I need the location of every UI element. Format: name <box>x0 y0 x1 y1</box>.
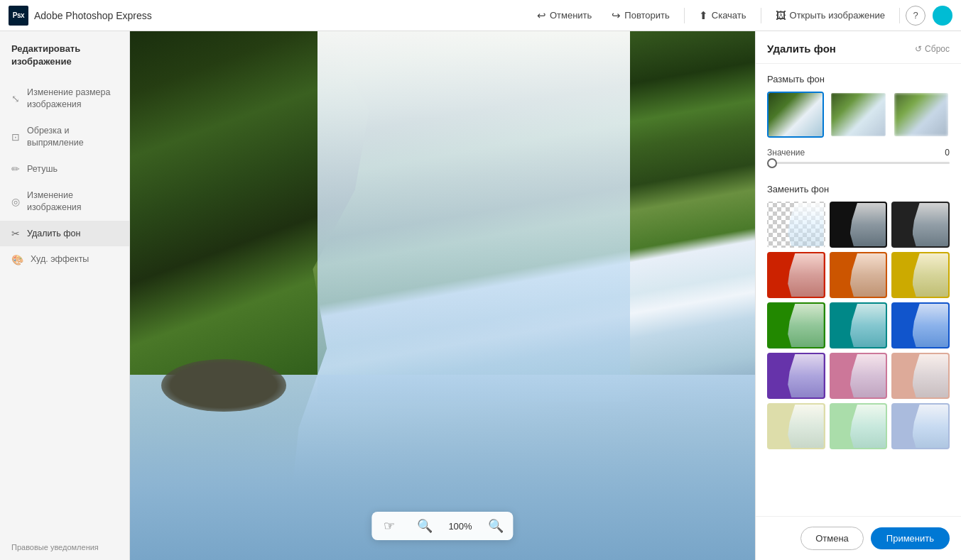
blur-thumb-medium <box>831 93 885 136</box>
canvas-toolbar: ☞ 🔍 100% 🔍 <box>371 512 513 540</box>
redo-label: Повторить <box>624 10 669 21</box>
replace-option-black[interactable] <box>830 202 888 248</box>
open-image-button[interactable]: 🖼 Открыть изображение <box>767 6 894 25</box>
blur-options-row <box>767 92 950 138</box>
wf-shape-overlay <box>788 405 823 448</box>
replace-option-teal[interactable] <box>830 302 888 348</box>
download-icon: ⬆ <box>699 9 708 22</box>
wf-shape-overlay <box>788 354 823 397</box>
value-slider-thumb[interactable] <box>767 158 777 168</box>
wf-shape-overlay <box>850 354 886 397</box>
undo-label: Отменить <box>550 10 592 21</box>
wf-shape-overlay <box>913 354 948 397</box>
header: Psx Adobe Photoshop Express ↩ Отменить ↪… <box>0 0 961 31</box>
separator2 <box>761 8 761 23</box>
crop-icon: ⊡ <box>11 131 20 143</box>
separator3 <box>899 8 900 23</box>
replace-bg-section: Заменить фон <box>756 174 961 459</box>
sidebar-item-label: Изменение размера изображения <box>27 87 118 111</box>
sidebar-item-retouch[interactable]: ✏ Ретушь <box>0 156 129 182</box>
slider-label-row: Значение 0 <box>767 148 950 158</box>
undo-icon: ↩ <box>537 9 546 22</box>
wf-water <box>317 31 630 402</box>
wf-shape-overlay <box>913 203 948 246</box>
retouch-icon: ✏ <box>11 163 20 175</box>
logo-text: Psx <box>13 12 24 19</box>
replace-option-dark[interactable] <box>891 202 950 248</box>
replace-option-purple[interactable] <box>767 353 825 399</box>
value-slider-container: Значение 0 <box>767 148 950 164</box>
replace-option-transparent[interactable] <box>767 202 825 248</box>
separator <box>684 8 685 23</box>
sidebar-item-remove-bg[interactable]: ✂ Удалить фон <box>0 221 129 247</box>
replace-option-lightyellow[interactable] <box>767 403 825 449</box>
wf-shape-overlay <box>850 253 886 297</box>
replace-section-title: Заменить фон <box>767 184 950 194</box>
canvas-area: ☞ 🔍 100% 🔍 <box>130 31 755 560</box>
sidebar-item-adjust[interactable]: ◎ Изменение изображения <box>0 182 129 221</box>
replace-option-peach[interactable] <box>891 353 950 399</box>
left-sidebar: Редактироватьизображение ⤡ Изменение раз… <box>0 31 130 560</box>
replace-options-grid <box>767 202 950 449</box>
replace-option-pink[interactable] <box>830 353 888 399</box>
wf-rocks-bottom <box>161 359 286 412</box>
wf-shape-overlay <box>850 203 886 246</box>
reset-button[interactable]: ↺ Сброс <box>915 44 950 54</box>
wf-shape-overlay <box>788 304 823 347</box>
wf-shape-overlay <box>788 203 823 246</box>
art-effects-icon: 🎨 <box>11 254 23 265</box>
replace-option-green[interactable] <box>767 302 825 348</box>
redo-icon: ↪ <box>612 9 621 22</box>
value-slider-track[interactable] <box>767 162 950 164</box>
zoom-out-button[interactable]: 🔍 <box>407 512 443 540</box>
blur-section: Размыть фон Значение 0 <box>756 64 961 174</box>
blur-option-medium[interactable] <box>830 92 886 138</box>
replace-option-orange[interactable] <box>830 252 888 298</box>
right-panel: Удалить фон ↺ Сброс Размыть фон <box>755 31 961 560</box>
download-button[interactable]: ⬆ Скачать <box>690 6 755 26</box>
zoom-in-button[interactable]: 🔍 <box>478 512 514 540</box>
cancel-button[interactable]: Отмена <box>800 527 864 550</box>
main-layout: Редактироватьизображение ⤡ Изменение раз… <box>0 31 961 560</box>
header-actions: ↩ Отменить ↪ Повторить ⬆ Скачать 🖼 Откры… <box>528 6 952 26</box>
sidebar-item-label: Удалить фон <box>27 228 80 240</box>
blur-thumb-orig <box>769 93 822 136</box>
panel-footer: Отмена Применить <box>756 516 961 560</box>
sidebar-item-label: Изменение изображения <box>27 190 118 214</box>
sidebar-item-label: Худ. эффекты <box>31 253 89 265</box>
replace-option-lightgreen[interactable] <box>830 403 888 449</box>
undo-button[interactable]: ↩ Отменить <box>528 6 600 26</box>
wf-shape-overlay <box>913 405 948 448</box>
blur-option-none[interactable] <box>767 92 824 138</box>
right-panel-header: Удалить фон ↺ Сброс <box>756 31 961 64</box>
waterfall-image <box>130 31 755 560</box>
hand-tool-button[interactable]: ☞ <box>371 512 407 540</box>
replace-option-lightblue[interactable] <box>891 403 950 449</box>
redo-button[interactable]: ↪ Повторить <box>603 6 678 26</box>
sidebar-item-resize[interactable]: ⤡ Изменение размера изображения <box>0 79 129 118</box>
sidebar-item-label: Ретушь <box>27 163 58 175</box>
reset-icon: ↺ <box>915 44 922 54</box>
wf-shape-overlay <box>913 253 948 297</box>
blur-option-strong[interactable] <box>893 92 950 138</box>
wf-shape-overlay <box>913 304 948 347</box>
download-label: Скачать <box>712 10 746 21</box>
panel-title: Удалить фон <box>767 43 836 55</box>
logo-box: Psx <box>9 6 28 26</box>
replace-option-yellow[interactable] <box>891 252 950 298</box>
value-display: 0 <box>945 148 950 158</box>
open-icon: 🖼 <box>776 9 786 21</box>
wf-shape-overlay <box>850 304 886 347</box>
sidebar-item-crop[interactable]: ⊡ Обрезка и выпрямление <box>0 118 129 156</box>
user-avatar[interactable] <box>933 6 952 26</box>
blur-section-title: Размыть фон <box>767 74 950 84</box>
replace-option-blue[interactable] <box>891 302 950 348</box>
sidebar-item-art-effects[interactable]: 🎨 Худ. эффекты <box>0 246 129 273</box>
help-button[interactable]: ? <box>906 6 925 26</box>
resize-icon: ⤡ <box>11 93 20 104</box>
reset-label: Сброс <box>925 44 950 54</box>
legal-notices[interactable]: Правовые уведомления <box>0 534 129 560</box>
apply-button[interactable]: Применить <box>871 527 950 549</box>
replace-option-red[interactable] <box>767 252 825 298</box>
app-logo: Psx Adobe Photoshop Express <box>9 6 152 26</box>
